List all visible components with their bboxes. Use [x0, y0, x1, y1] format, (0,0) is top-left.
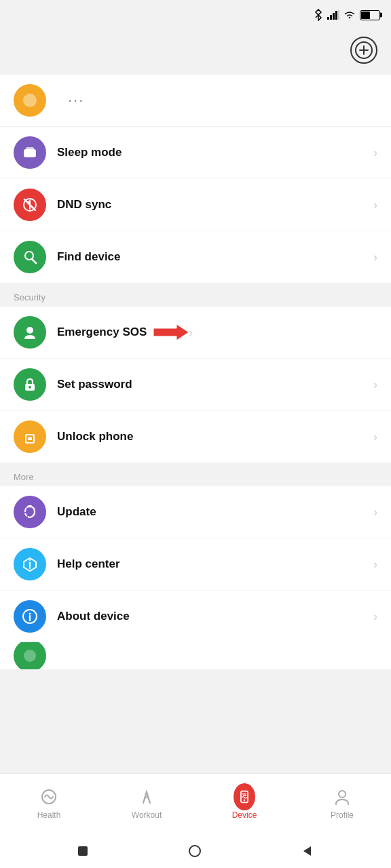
set-password-icon	[14, 368, 46, 401]
dnd-sync-icon	[14, 189, 46, 221]
bottom-partial-group	[0, 642, 391, 669]
svg-rect-10	[26, 147, 34, 151]
bottom-partial-icon-svg	[21, 647, 39, 665]
device-nav-icon	[234, 786, 255, 808]
svg-rect-35	[78, 846, 88, 856]
set-password-icon-svg	[21, 376, 39, 393]
svg-marker-16	[153, 324, 189, 340]
device-icon-svg	[237, 789, 252, 804]
more-section-label: More	[0, 462, 391, 486]
unlock-phone-arrow: ›	[373, 430, 377, 444]
bottom-partial-icon	[14, 642, 46, 669]
emergency-sos-icon-svg	[21, 323, 39, 341]
profile-icon-svg	[333, 788, 351, 806]
svg-marker-37	[303, 846, 311, 856]
svg-point-8	[23, 94, 37, 107]
dnd-sync-item[interactable]: DND sync ›	[0, 179, 391, 231]
sleep-mode-label: Sleep mode	[57, 146, 373, 159]
workout-nav-icon	[136, 786, 157, 808]
set-password-item[interactable]: Set password ›	[0, 359, 391, 411]
bluetooth-icon	[314, 9, 323, 21]
device-nav-label: Device	[232, 810, 257, 820]
unlock-phone-icon	[14, 420, 46, 453]
status-icons	[314, 9, 380, 21]
help-center-icon	[14, 548, 46, 580]
svg-point-33	[244, 799, 246, 801]
sleep-mode-item[interactable]: Sleep mode ›	[0, 127, 391, 179]
partial-dots: ···	[68, 92, 84, 109]
help-center-label: Help center	[57, 557, 373, 571]
square-icon	[76, 844, 90, 858]
emergency-sos-label: Emergency SOS	[57, 326, 147, 339]
svg-point-18	[29, 386, 31, 389]
find-device-icon	[14, 241, 46, 273]
sos-row: Emergency SOS	[57, 323, 189, 342]
partial-top-icon	[14, 84, 46, 117]
status-bar	[0, 0, 391, 27]
bottom-nav: Health Workout Device	[0, 773, 391, 834]
about-device-label: About device	[57, 610, 373, 623]
set-password-arrow: ›	[373, 378, 377, 392]
find-device-item[interactable]: Find device ›	[0, 231, 391, 283]
nav-health[interactable]: Health	[0, 786, 98, 820]
nav-workout[interactable]: Workout	[98, 786, 196, 820]
plus-circle-icon	[354, 41, 373, 60]
back-triangle-icon	[300, 844, 315, 859]
more-menu-group: Update › Help center ›	[0, 486, 391, 642]
svg-point-36	[189, 846, 200, 856]
emergency-sos-icon	[14, 316, 46, 349]
health-nav-label: Health	[37, 810, 61, 820]
security-section-label: Security	[0, 283, 391, 307]
workout-icon-svg	[138, 788, 155, 806]
sys-back-btn[interactable]	[300, 844, 315, 859]
main-menu-group: Sleep mode › DND sync › F	[0, 127, 391, 283]
workout-nav-label: Workout	[132, 810, 162, 820]
profile-nav-label: Profile	[331, 810, 354, 820]
find-device-icon-svg	[21, 248, 39, 266]
sleep-mode-arrow: ›	[373, 146, 377, 160]
update-icon	[14, 496, 46, 528]
dnd-sync-arrow: ›	[373, 198, 377, 212]
update-item[interactable]: Update ›	[0, 486, 391, 538]
svg-point-28	[29, 613, 31, 615]
unlock-phone-item[interactable]: Unlock phone ›	[0, 411, 391, 462]
red-arrow-svg	[153, 323, 189, 342]
system-nav	[0, 834, 391, 868]
bottom-partial-item[interactable]	[0, 642, 391, 669]
about-device-item[interactable]: About device ›	[0, 591, 391, 642]
svg-point-34	[339, 791, 346, 797]
device-active-bg	[234, 783, 255, 810]
sleep-mode-icon	[14, 136, 46, 169]
unlock-phone-label: Unlock phone	[57, 430, 373, 443]
circle-icon	[187, 844, 202, 859]
about-device-arrow: ›	[373, 610, 377, 624]
emergency-sos-arrow: ›	[189, 326, 193, 340]
health-nav-icon	[38, 786, 60, 808]
partial-top-item[interactable]: ···	[0, 75, 391, 127]
svg-line-14	[33, 260, 37, 264]
update-arrow: ›	[373, 505, 377, 519]
help-center-item[interactable]: Help center ›	[0, 538, 391, 591]
svg-rect-4	[338, 10, 339, 20]
nav-device[interactable]: Device	[196, 786, 293, 820]
svg-rect-21	[28, 437, 32, 440]
red-arrow-annotation	[153, 323, 189, 342]
sys-square-btn[interactable]	[76, 844, 90, 858]
dnd-icon-svg	[21, 196, 39, 214]
update-icon-svg	[21, 503, 39, 521]
set-password-label: Set password	[57, 378, 373, 391]
scroll-content: ··· Sleep mode › DND s	[0, 75, 391, 773]
svg-rect-0	[327, 17, 329, 20]
emergency-sos-item[interactable]: Emergency SOS ›	[0, 307, 391, 359]
svg-rect-1	[330, 15, 332, 20]
partial-icon-svg	[21, 92, 39, 109]
signal-icon	[327, 10, 339, 20]
svg-point-13	[25, 252, 33, 260]
svg-point-30	[24, 650, 36, 662]
sys-circle-btn[interactable]	[187, 844, 202, 859]
health-icon-svg	[40, 788, 58, 806]
nav-profile[interactable]: Profile	[293, 786, 391, 820]
add-device-button[interactable]	[350, 37, 377, 64]
security-menu-group: Emergency SOS › Set password ›	[0, 307, 391, 462]
dnd-sync-label: DND sync	[57, 198, 373, 212]
